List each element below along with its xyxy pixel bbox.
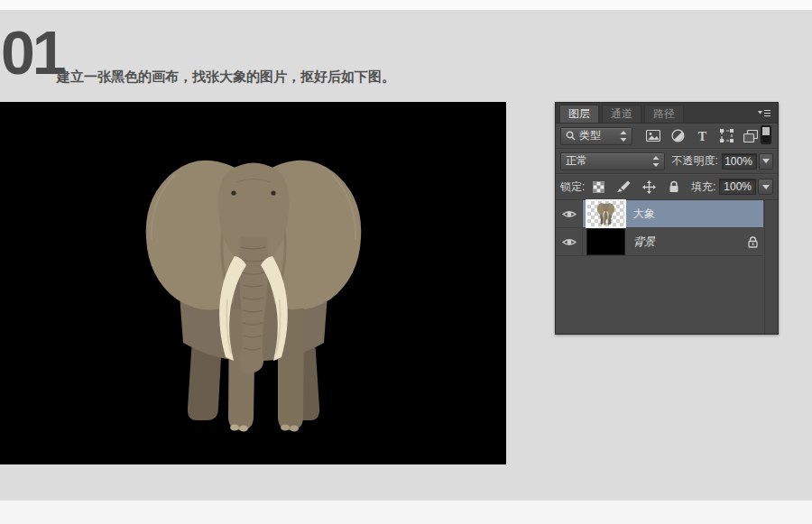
bottom-white-strip	[0, 501, 812, 524]
layer-row-elephant[interactable]: 大象	[556, 200, 763, 228]
lock-transparency-icon[interactable]	[590, 179, 606, 195]
filter-row: 类型 T	[556, 124, 778, 149]
panel-tab-bar: 图层 通道 路径	[556, 103, 778, 124]
panel-menu-icon[interactable]	[751, 103, 778, 123]
layer-thumbnail-background[interactable]	[587, 229, 624, 254]
layer-filter-toggle[interactable]	[761, 125, 771, 147]
opacity-dropdown-arrow[interactable]	[759, 153, 773, 170]
tab-paths[interactable]: 路径	[644, 105, 684, 123]
stepper-icon	[652, 156, 660, 167]
fill-value[interactable]: 100%	[719, 179, 756, 195]
top-white-strip	[0, 0, 812, 10]
blend-mode-value: 正常	[566, 153, 587, 169]
shape-filter-icon[interactable]	[718, 128, 734, 144]
fill-label: 填充:	[691, 179, 715, 195]
opacity-value[interactable]: 100%	[722, 153, 757, 170]
layer-thumbnail-elephant[interactable]	[587, 201, 624, 226]
layer-list: 大象 背景	[556, 200, 778, 334]
image-filter-icon[interactable]	[645, 128, 661, 144]
svg-text:T: T	[697, 130, 706, 142]
document-canvas	[0, 102, 506, 464]
tab-channels[interactable]: 通道	[602, 105, 641, 123]
blend-mode-dropdown[interactable]: 正常	[560, 152, 665, 170]
lock-position-icon[interactable]	[641, 179, 657, 195]
opacity-label: 不透明度:	[672, 153, 718, 169]
lock-all-icon[interactable]	[666, 179, 682, 195]
tab-layers[interactable]: 图层	[559, 105, 599, 123]
smart-object-filter-icon[interactable]	[743, 128, 759, 144]
layer-list-scrollbar[interactable]	[764, 200, 778, 334]
lock-row: 锁定: 填充: 100%	[556, 174, 778, 200]
filter-kind-dropdown[interactable]: 类型	[560, 127, 632, 145]
visibility-eye-icon[interactable]	[556, 228, 583, 255]
blend-row: 正常 不透明度: 100%	[556, 149, 778, 174]
adjustment-filter-icon[interactable]	[669, 128, 686, 144]
lock-pixels-icon[interactable]	[615, 179, 632, 195]
layers-panel: 图层 通道 路径 类型	[555, 102, 779, 335]
layer-name: 大象	[633, 207, 655, 222]
visibility-eye-icon[interactable]	[556, 200, 583, 227]
filter-kind-value: 类型	[579, 128, 601, 143]
step-caption: 建立一张黑色的画布，找张大象的图片，抠好后如下图。	[57, 69, 395, 86]
fill-dropdown-arrow[interactable]	[758, 179, 773, 195]
step-number: 01	[1, 22, 64, 83]
type-filter-icon[interactable]: T	[694, 128, 710, 144]
search-icon	[566, 131, 576, 141]
lock-label: 锁定:	[560, 179, 585, 195]
layer-row-background[interactable]: 背景	[556, 228, 763, 256]
layer-name: 背景	[633, 234, 655, 250]
elephant-image	[141, 146, 366, 435]
stepper-icon	[620, 131, 627, 142]
layer-locked-icon	[748, 236, 758, 248]
